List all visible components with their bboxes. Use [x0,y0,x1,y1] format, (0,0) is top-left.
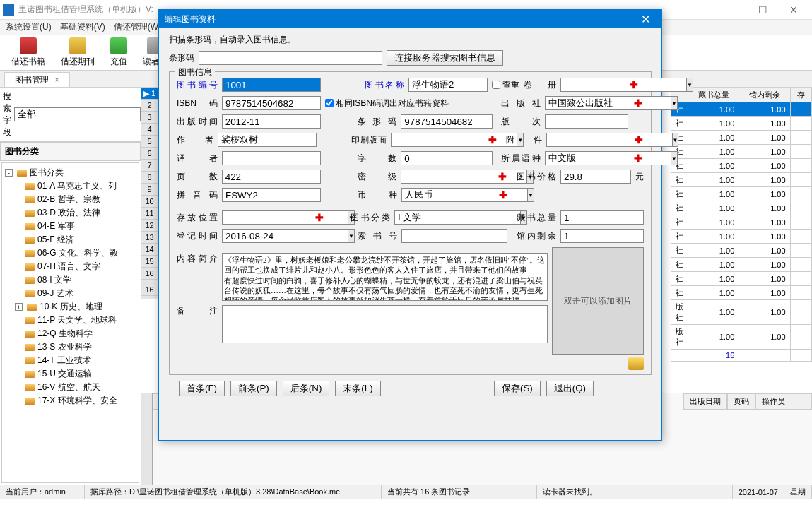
tree-item[interactable]: 07-H 语言、文字 [5,260,136,273]
tab-close-icon[interactable]: × [54,75,59,85]
save-button[interactable]: 保存(S) [494,381,541,396]
tree-item[interactable]: 11-P 天文学、地球科 [5,314,136,327]
book-no-input[interactable] [222,78,321,92]
location-select[interactable]: ▼ [222,210,310,225]
currency-select[interactable]: ▼ [401,188,493,202]
tree-item[interactable]: 13-S 农业科学 [5,340,136,354]
image-placeholder[interactable]: 双击可以添加图片 [552,247,644,355]
folder-icon [17,170,27,177]
category-tree[interactable]: -图书分类 01-A 马克思主义、列02-B 哲学、宗教03-D 政治、法律04… [1,162,139,483]
plus-icon[interactable]: ✚ [487,134,497,145]
plus-icon[interactable]: ✚ [632,153,644,164]
publisher-select[interactable]: ▼ [545,96,628,110]
plus-icon[interactable]: ✚ [634,134,644,145]
tab-book-mgmt[interactable]: 图书管理 × [4,72,70,87]
pages-input[interactable] [222,170,321,184]
table-row[interactable]: 社1.001.00 [671,272,812,286]
row-number-gutter: ▶ 1234567891011121314151616 [141,88,158,299]
attach-select[interactable]: ▼ [546,133,630,147]
pinyin-input[interactable] [222,188,321,202]
printside-select[interactable]: ▼ [391,133,483,147]
wordcount-input[interactable] [401,151,493,165]
dialog-close-button[interactable]: ✕ [635,13,656,26]
tree-item[interactable]: 01-A 马克思主义、列 [5,179,136,193]
quit-button[interactable]: 退出(Q) [546,381,594,396]
menu-basic[interactable]: 基础资料(V) [60,21,105,33]
tool-borrow-book[interactable]: 借还书籍 [7,36,49,69]
barcode-input[interactable] [199,51,382,65]
language-select[interactable]: ▼ [545,151,628,165]
callno-input[interactable] [401,229,507,243]
tree-item[interactable]: 16-V 航空、航天 [5,381,136,394]
edition-input[interactable] [545,114,628,129]
tree-item[interactable]: 15-U 交通运输 [5,367,136,381]
regdate-select[interactable]: ▼ [222,229,321,243]
table-row[interactable]: 社1.001.00 [671,159,812,173]
tree-item[interactable]: 12-Q 生物科学 [5,327,136,340]
search-field-select[interactable]: ▼ [14,107,152,121]
secret-select[interactable]: ▼ [401,170,493,184]
barcode2-input[interactable] [401,114,493,129]
table-row[interactable]: 社1.001.00 [671,230,812,244]
book-name-input[interactable] [408,78,488,92]
volume-select[interactable]: ▼ [560,78,624,92]
tree-item[interactable]: 06-G 文化、科学、教 [5,246,136,260]
check-duplicate[interactable]: 查重 [492,79,519,91]
first-button[interactable]: 首条(F) [179,381,225,396]
table-row[interactable]: 社1.001.00 [671,286,812,300]
table-row[interactable]: 版社1.001.00 [671,300,812,325]
tool-borrow-periodical[interactable]: 借还期刊 [57,36,99,69]
tree-item[interactable]: 04-E 军事 [5,220,136,233]
table-row[interactable]: 社1.001.00 [671,201,812,215]
tree-item[interactable]: 02-B 哲学、宗教 [5,193,136,206]
scan-hint: 扫描条形码，自动录入图书信息。 [169,34,652,46]
table-row[interactable]: 社1.001.00 [671,145,812,159]
price-input[interactable] [560,170,631,184]
plus-icon[interactable]: ✚ [628,79,640,90]
minimize-button[interactable]: — [716,0,747,20]
isbn-input[interactable] [222,96,321,110]
translator-input[interactable] [222,151,321,165]
maximize-button[interactable]: ☐ [747,0,778,20]
browse-image-icon[interactable] [628,357,644,370]
close-button[interactable]: ✕ [778,0,809,20]
tree-item[interactable]: +10-K 历史、地理 [5,300,136,314]
remark-textarea[interactable] [222,305,548,343]
tab-label: 图书管理 [15,74,49,86]
same-isbn-check[interactable]: 相同ISBN码调出对应书籍资料 [325,97,449,109]
author-input[interactable] [218,133,317,147]
last-button[interactable]: 末条(L) [335,381,380,396]
remain-input[interactable] [560,229,644,243]
summary-textarea[interactable] [222,253,548,301]
menu-system[interactable]: 系统设置(U) [6,21,52,33]
menu-borrow[interactable]: 借还管理(W [114,21,158,33]
tree-item[interactable]: 09-J 艺术 [5,287,136,300]
table-row[interactable]: 社1.001.00 [671,102,812,117]
plus-icon[interactable]: ✚ [498,189,509,201]
search-server-button[interactable]: 连接服务器搜索图书信息 [387,50,503,66]
tree-item[interactable]: 17-X 环境科学、安全 [5,394,136,408]
table-row[interactable]: 社1.001.00 [671,244,812,258]
table-row[interactable]: 社1.001.00 [671,131,812,145]
table-row[interactable]: 社1.001.00 [671,117,812,131]
table-row[interactable]: 社1.001.00 [671,187,812,201]
table-row[interactable]: 社1.001.00 [671,258,812,272]
tree-item[interactable]: 08-I 文学 [5,273,136,287]
tree-item[interactable]: 03-D 政治、法律 [5,206,136,220]
pubdate-input[interactable] [222,114,321,129]
status-db: 据库路径：D:\里诺图书租借管理系统（单机版）3.28\DataBase\Boo… [85,485,382,499]
total-input[interactable] [560,210,644,225]
tree-item[interactable]: 14-T 工业技术 [5,354,136,367]
table-row[interactable]: 社1.001.00 [671,215,812,230]
tool-recharge[interactable]: 充值 [106,36,131,69]
next-button[interactable]: 后条(N) [283,381,330,396]
table-row[interactable]: 社1.001.00 [671,173,812,187]
plus-icon[interactable]: ✚ [497,171,508,182]
plus-icon[interactable]: ✚ [632,97,644,109]
tree-item[interactable]: 05-F 经济 [5,233,136,246]
category-select[interactable]: ▼ [394,210,500,225]
tree-collapse-icon[interactable]: - [5,169,13,177]
table-row[interactable]: 版社1.001.00 [671,325,812,350]
plus-icon[interactable]: ✚ [314,212,325,223]
prev-button[interactable]: 前条(P) [230,381,277,396]
